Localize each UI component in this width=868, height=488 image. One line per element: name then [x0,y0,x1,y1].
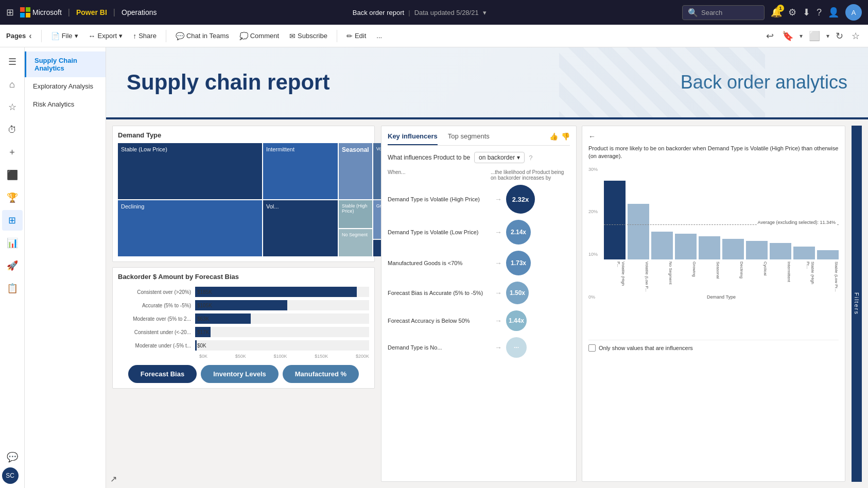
view-icon[interactable]: ⬜ [807,28,822,44]
influencers-checkbox[interactable] [588,344,596,352]
data-updated: Data updated 5/28/21 [414,9,479,16]
thumbs-up-icon[interactable]: 👍 [549,132,558,141]
search-box[interactable]: 🔍 [682,5,765,20]
influence-label-3: Forecast Bias is Accurate (5% to -5%) [388,289,491,297]
download-icon[interactable]: ⬇ [803,7,810,18]
more-options-button[interactable]: ... [372,30,386,42]
sidebar-goals-icon[interactable]: 🏆 [2,187,23,208]
influencer-help-icon[interactable]: ? [529,154,532,162]
file-button[interactable]: 📄 File ▾ [47,30,82,42]
vbar-7[interactable] [770,243,791,259]
bar-value-2: $63K [197,316,209,322]
influence-label-4: Forecast Accuracy is Below 50% [388,317,491,324]
star-icon[interactable]: ☆ [849,28,862,44]
sidebar-menu-icon[interactable]: ☰ [2,51,23,72]
expand-icon[interactable]: ↗ [110,474,117,484]
sidebar-catalog-icon[interactable]: 📋 [2,278,23,299]
sidebar-recent-icon[interactable]: ⏱ [2,119,23,140]
nav-center: Back order report | Data updated 5/28/21… [161,9,678,16]
bar-track-0: $185K [195,287,369,297]
treemap-no-segment[interactable]: No Segment [339,229,372,257]
vbar-col-1 [628,204,649,259]
pages-button[interactable]: Pages ‹ [6,31,32,41]
treemap-growing[interactable]: Declining [118,200,262,256]
sidebar-chat-icon[interactable]: 💬 [2,447,23,467]
sidebar-metrics-icon[interactable]: 📊 [2,233,23,253]
vbar-4[interactable] [699,236,720,259]
treemap-seasonal[interactable]: Seasonal [339,143,372,199]
bar-label-4: Moderate under (-5% t... [118,343,195,348]
bookmark-icon[interactable]: 🔖 [780,28,795,44]
page-risk[interactable]: Risk Analytics [25,95,106,113]
detail-back-arrow[interactable]: ← [588,132,596,141]
forecast-bias-button[interactable]: Forecast Bias [128,365,197,383]
sidebar-browse-icon[interactable]: ⬛ [2,165,23,185]
export-button[interactable]: ↔ Export ▾ [84,30,127,42]
subscribe-button[interactable]: ✉ Subscribe [285,30,332,42]
chat-in-teams-button[interactable]: 💬 Chat in Teams [171,30,233,42]
bar-fill-2: $63K [195,313,251,324]
vbar-0[interactable] [604,181,626,259]
influencers-card: Key influencers Top segments 👍 👎 What in… [381,126,577,482]
bar-axis: $0K $50K $100K $150K $200K [199,354,369,359]
vbar-3[interactable] [675,234,697,259]
y-axis: 30% 20% 10% 0% [588,167,598,300]
influence-bubble-3[interactable]: 1.50x [506,282,529,304]
settings-icon[interactable]: ⚙ [788,7,796,18]
search-input[interactable] [701,9,759,16]
sidebar-favorites-icon[interactable]: ☆ [2,97,23,117]
page-exploratory[interactable]: Exploratory Analysis [25,77,106,95]
bar-value-1: $105K [197,303,212,308]
pages-collapse-icon[interactable]: ‹ [29,31,31,41]
page-supply-chain[interactable]: Supply Chain Analytics [25,51,106,77]
refresh-icon[interactable]: ↻ [834,28,845,44]
vbar-col-0 [604,181,626,259]
influencer-dropdown[interactable]: on backorder ▾ [474,152,525,163]
vbar-9[interactable] [817,250,839,259]
influence-bubble-2[interactable]: 1.73x [506,251,531,275]
bar-fill-3: $17K [195,327,211,337]
vbar-1[interactable] [628,204,649,259]
demand-type-title: Demand Type [118,131,369,139]
toolbar-right: ↩ 🔖 ▾ ⬜ ▾ ↻ ☆ [764,28,862,44]
sidebar-explore-icon[interactable]: 🚀 [2,255,23,276]
share-button[interactable]: ↑ Share [129,30,161,42]
edit-button[interactable]: ✏ Edit [342,30,370,42]
vbar-5[interactable] [722,239,744,259]
x-axis-labels: Volatile (High P... Volatile (Low P... N… [604,262,839,292]
sidebar-apps-icon[interactable]: ⊞ [2,210,23,231]
share-icon: ↑ [133,32,136,40]
sidebar-avatar[interactable]: SC [2,467,19,484]
comment-button[interactable]: 💭 Comment [235,30,283,42]
treemap-intermittent[interactable]: Intermittent [263,143,338,199]
treemap-declining[interactable]: Stable (High Price) [339,200,372,228]
inventory-levels-button[interactable]: Inventory Levels [201,365,279,383]
powerbi-text: Power BI [76,8,107,16]
account-icon[interactable]: 👤 [828,7,839,18]
tab-top-segments[interactable]: Top segments [448,132,490,145]
apps-icon[interactable]: ⊞ [6,7,14,18]
undo-icon[interactable]: ↩ [764,28,776,44]
manufactured-pct-button[interactable]: Manufactured % [283,365,359,383]
vbar-2[interactable] [651,232,673,259]
help-icon[interactable]: ? [817,7,822,18]
user-avatar[interactable]: A [845,4,862,21]
influence-bubble-5[interactable]: ··· [506,337,527,358]
influence-bubble-0[interactable]: 2.32x [506,185,535,214]
data-updated-chevron[interactable]: ▾ [483,9,487,16]
treemap-stable-low[interactable]: Stable (Low Price) [118,143,262,199]
influence-bubble-4[interactable]: 1.44x [506,310,527,331]
influence-row-0: Demand Type is Volatile (High Price) → 2… [388,185,570,214]
vbar-8[interactable] [793,247,815,259]
notification-icon[interactable]: 🔔 1 [771,7,782,18]
treemap-stable-high[interactable]: Vol... [263,200,338,256]
thumbs-down-icon[interactable]: 👎 [561,132,570,141]
checkbox-row: Only show values that are influencers [588,340,839,352]
sidebar-home-icon[interactable]: ⌂ [2,74,23,95]
pages-panel: Supply Chain Analytics Exploratory Analy… [25,47,106,488]
filters-panel[interactable]: Filters [852,126,862,482]
vbar-6[interactable] [746,241,768,259]
influence-bubble-1[interactable]: 2.14x [506,220,531,245]
tab-key-influencers[interactable]: Key influencers [388,132,438,145]
sidebar-create-icon[interactable]: + [2,142,23,163]
